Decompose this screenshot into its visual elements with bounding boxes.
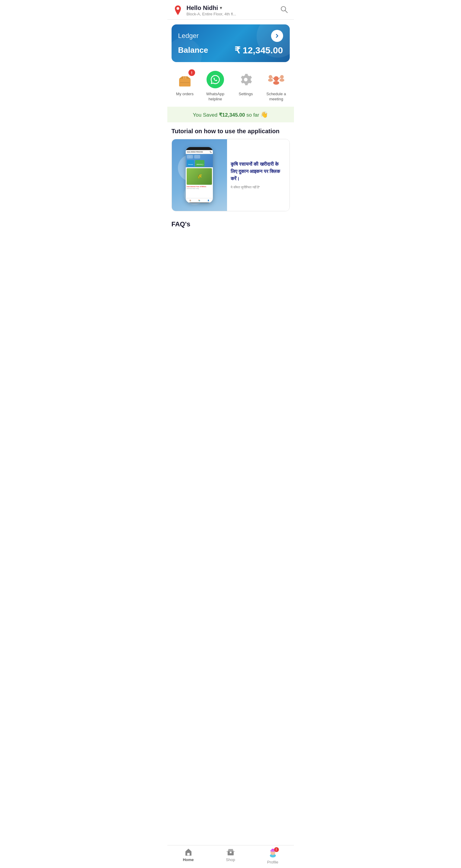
ledger-balance-row: Balance ₹ 12,345.00 <box>178 45 283 56</box>
tutorial-right-panel: कृषि रसायनों की खरीदारी के लिए दुकान आइक… <box>227 139 289 211</box>
header-left: Hello Nidhi ▾ Block-A, Entire Floor, 4th… <box>172 4 236 16</box>
user-name-row[interactable]: Hello Nidhi ▾ <box>187 4 236 11</box>
savings-banner: You Saved ₹12,345.00 so far 👋 <box>167 107 294 122</box>
tutorial-hindi-text: कृषि रसायनों की खरीदारी के लिए दुकान आइक… <box>230 161 286 182</box>
savings-amount: ₹12,345.00 <box>219 112 245 118</box>
svg-point-8 <box>273 81 279 85</box>
user-greeting: Hello Nidhi <box>187 4 218 11</box>
ledger-top-row: Ledger <box>178 30 283 42</box>
svg-point-10 <box>268 79 273 82</box>
svg-point-6 <box>244 78 248 82</box>
ledger-amount: ₹ 12,345.00 <box>235 45 283 56</box>
app-header: Hello Nidhi ▾ Block-A, Entire Floor, 4th… <box>167 0 294 20</box>
settings-action[interactable]: Settings <box>230 70 261 102</box>
my-orders-action[interactable]: ! My orders <box>170 70 200 102</box>
svg-line-2 <box>285 10 287 13</box>
schedule-meeting-label: Schedule a meeting <box>261 92 291 102</box>
savings-emoji: 👋 <box>260 111 268 118</box>
location-pin-icon <box>172 4 184 16</box>
search-button[interactable] <box>279 4 289 16</box>
whatsapp-circle <box>207 71 224 88</box>
phone-blue-area: + Varanasi GREXYIN ❯ <box>186 154 213 167</box>
savings-suffix: so far <box>245 112 259 118</box>
settings-icon-wrap <box>236 70 255 89</box>
phone-notch <box>194 147 205 150</box>
svg-line-13 <box>272 78 274 79</box>
settings-label: Settings <box>239 92 253 97</box>
my-orders-label: My orders <box>176 92 193 97</box>
schedule-meeting-action[interactable]: Schedule a meeting <box>261 70 291 102</box>
search-icon <box>280 5 288 13</box>
svg-point-11 <box>280 75 284 79</box>
tutorial-left-panel: Hello ANISHA PRAKASH 📞 + Varanasi <box>172 139 227 211</box>
ledger-card[interactable]: Ledger Balance ₹ 12,345.00 <box>172 24 290 62</box>
schedule-icon-wrap <box>267 70 286 89</box>
schedule-meeting-icon <box>267 70 285 89</box>
ledger-title: Ledger <box>178 32 199 40</box>
tutorial-disclaimer: ये कीमत सुनीश्चित नहीं है* <box>230 185 286 189</box>
settings-icon <box>238 71 254 88</box>
svg-rect-5 <box>180 82 190 83</box>
whatsapp-label: WhatsApp helpline <box>200 92 230 102</box>
orders-badge: ! <box>188 69 195 76</box>
faq-section: FAQ's <box>167 215 294 255</box>
tutorial-title: Tutorial on how to use the application <box>172 128 290 135</box>
svg-point-9 <box>269 75 272 79</box>
whatsapp-action[interactable]: WhatsApp helpline <box>200 70 230 102</box>
savings-prefix: You Saved <box>193 112 219 118</box>
ledger-arrow-button[interactable] <box>271 30 283 42</box>
phone-mockup: Hello ANISHA PRAKASH 📞 + Varanasi <box>186 147 213 203</box>
phone-screen-header: Hello ANISHA PRAKASH 📞 <box>186 150 213 154</box>
phone-screen: Hello ANISHA PRAKASH 📞 + Varanasi <box>186 150 213 203</box>
header-user-info: Hello Nidhi ▾ Block-A, Entire Floor, 4th… <box>187 4 236 16</box>
svg-point-7 <box>274 76 279 81</box>
phone-bottom-nav: 🏠🏪👤 <box>186 198 213 203</box>
tutorial-card[interactable]: Hello ANISHA PRAKASH 📞 + Varanasi <box>172 139 290 211</box>
my-orders-icon-wrap: ! <box>175 70 194 89</box>
chevron-right-icon <box>274 33 280 38</box>
tutorial-section: Tutorial on how to use the application H… <box>167 122 294 215</box>
svg-point-12 <box>279 79 284 82</box>
faq-title: FAQ's <box>172 220 290 228</box>
ledger-balance-label: Balance <box>178 45 208 55</box>
svg-point-0 <box>176 7 179 10</box>
quick-actions-row: ! My orders WhatsApp helpline Settings <box>167 67 294 107</box>
svg-line-14 <box>278 78 280 79</box>
whatsapp-icon-wrap <box>206 70 225 89</box>
user-address: Block-A, Entire Floor, 4th fl... <box>187 12 236 16</box>
whatsapp-icon <box>210 74 221 85</box>
chevron-down-icon: ▾ <box>220 5 222 10</box>
phone-white-area: 🌾 International Year of Millets 2023 Kic… <box>186 167 213 198</box>
